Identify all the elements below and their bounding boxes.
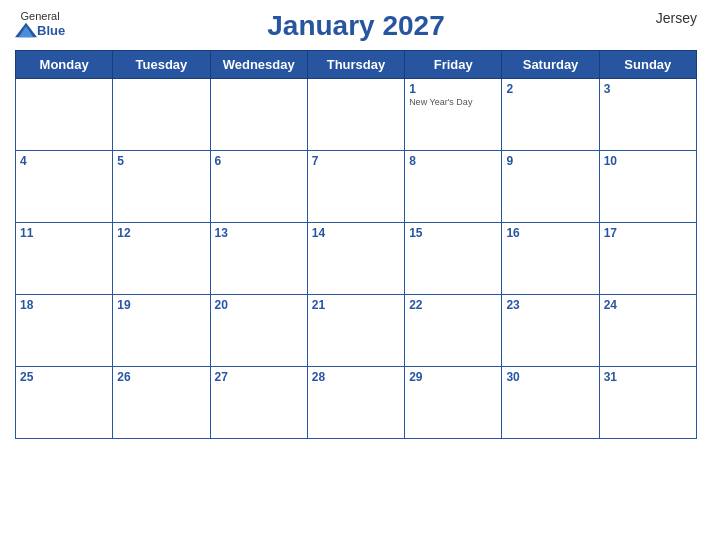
calendar-cell: 11 [16,223,113,295]
day-number: 13 [215,226,303,240]
calendar-cell: 31 [599,367,696,439]
day-number: 29 [409,370,497,384]
day-number: 31 [604,370,692,384]
day-number: 7 [312,154,400,168]
calendar-cell: 20 [210,295,307,367]
day-number: 8 [409,154,497,168]
calendar-cell [210,79,307,151]
calendar-cell: 27 [210,367,307,439]
calendar-cell: 9 [502,151,599,223]
header-tuesday: Tuesday [113,51,210,79]
month-title: January 2027 [267,10,444,42]
calendar-cell: 2 [502,79,599,151]
day-number: 6 [215,154,303,168]
day-number: 15 [409,226,497,240]
weekday-header-row: Monday Tuesday Wednesday Thursday Friday… [16,51,697,79]
header-friday: Friday [405,51,502,79]
day-number: 27 [215,370,303,384]
header-monday: Monday [16,51,113,79]
day-number: 24 [604,298,692,312]
calendar-cell: 6 [210,151,307,223]
calendar-cell: 21 [307,295,404,367]
day-number: 14 [312,226,400,240]
day-number: 19 [117,298,205,312]
day-number: 1 [409,82,497,96]
day-number: 3 [604,82,692,96]
day-number: 30 [506,370,594,384]
header-thursday: Thursday [307,51,404,79]
day-number: 2 [506,82,594,96]
day-number: 5 [117,154,205,168]
holiday-label: New Year's Day [409,97,497,108]
day-number: 17 [604,226,692,240]
calendar-cell: 25 [16,367,113,439]
calendar-cell: 15 [405,223,502,295]
calendar-cell: 1New Year's Day [405,79,502,151]
calendar-cell: 7 [307,151,404,223]
calendar-cell [16,79,113,151]
day-number: 10 [604,154,692,168]
day-number: 20 [215,298,303,312]
calendar-cell: 26 [113,367,210,439]
logo-blue-text: Blue [37,23,65,38]
calendar-container: General Blue January 2027 Jersey Monday … [0,0,712,550]
calendar-cell: 10 [599,151,696,223]
calendar-cell: 12 [113,223,210,295]
calendar-cell: 18 [16,295,113,367]
calendar-cell: 30 [502,367,599,439]
calendar-cell: 22 [405,295,502,367]
day-number: 23 [506,298,594,312]
day-number: 18 [20,298,108,312]
calendar-cell: 17 [599,223,696,295]
calendar-week-row: 11121314151617 [16,223,697,295]
calendar-cell: 19 [113,295,210,367]
calendar-cell: 13 [210,223,307,295]
day-number: 9 [506,154,594,168]
calendar-week-row: 45678910 [16,151,697,223]
header-sunday: Sunday [599,51,696,79]
calendar-cell: 16 [502,223,599,295]
calendar-cell: 23 [502,295,599,367]
region-label: Jersey [656,10,697,26]
day-number: 21 [312,298,400,312]
calendar-cell: 8 [405,151,502,223]
calendar-cell [307,79,404,151]
calendar-cell: 3 [599,79,696,151]
day-number: 12 [117,226,205,240]
day-number: 25 [20,370,108,384]
logo-icon [15,22,37,38]
header-saturday: Saturday [502,51,599,79]
calendar-cell: 29 [405,367,502,439]
calendar-table: Monday Tuesday Wednesday Thursday Friday… [15,50,697,439]
day-number: 26 [117,370,205,384]
calendar-week-row: 18192021222324 [16,295,697,367]
logo-general-text: General [21,10,60,22]
calendar-cell: 28 [307,367,404,439]
day-number: 16 [506,226,594,240]
calendar-header: General Blue January 2027 Jersey [15,10,697,42]
calendar-cell: 5 [113,151,210,223]
calendar-week-row: 25262728293031 [16,367,697,439]
calendar-cell: 24 [599,295,696,367]
header-wednesday: Wednesday [210,51,307,79]
day-number: 28 [312,370,400,384]
day-number: 22 [409,298,497,312]
calendar-week-row: 1New Year's Day23 [16,79,697,151]
calendar-cell: 14 [307,223,404,295]
logo-area: General Blue [15,10,65,38]
calendar-cell: 4 [16,151,113,223]
day-number: 4 [20,154,108,168]
calendar-cell [113,79,210,151]
day-number: 11 [20,226,108,240]
